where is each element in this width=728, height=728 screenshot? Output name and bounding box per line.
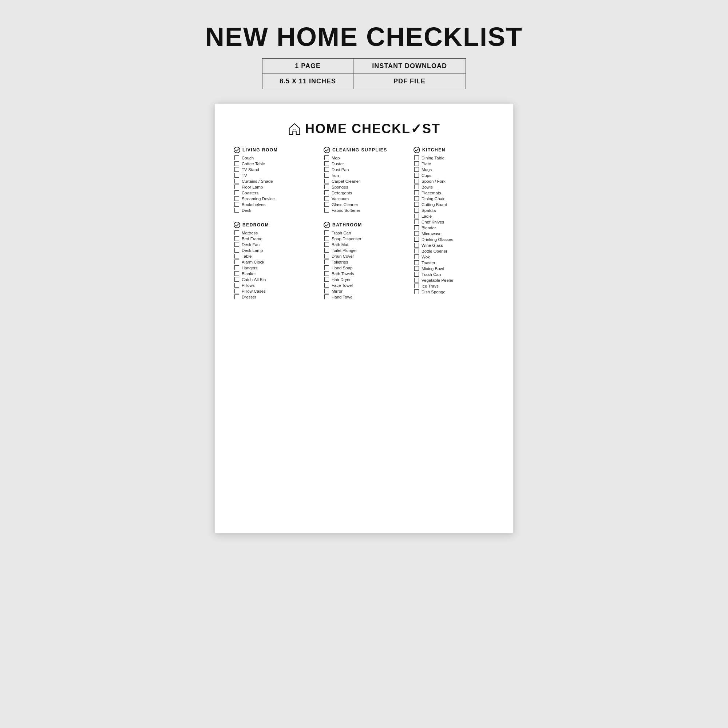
checkbox[interactable] (324, 289, 329, 294)
checklist-item: Toilet Plunger (324, 248, 404, 252)
checkbox[interactable] (324, 185, 329, 189)
checkbox[interactable] (324, 230, 329, 235)
checkbox[interactable] (324, 190, 329, 195)
checkbox[interactable] (414, 260, 419, 265)
checkbox[interactable] (414, 266, 419, 271)
item-label: Hangers (242, 266, 257, 270)
checkbox[interactable] (414, 190, 419, 195)
checkbox[interactable] (414, 185, 419, 189)
checkbox[interactable] (234, 289, 239, 294)
item-label: Mop (332, 156, 340, 160)
checkbox[interactable] (234, 271, 239, 276)
checkbox[interactable] (414, 254, 419, 259)
item-label: Blender (422, 226, 436, 230)
checkbox[interactable] (234, 208, 239, 213)
checkbox[interactable] (414, 161, 419, 166)
item-label: Trash Can (332, 231, 351, 235)
checkbox[interactable] (234, 202, 239, 207)
item-label: Bookshelves (242, 202, 265, 207)
checklist-item: Carpet Cleaner (324, 179, 404, 184)
checkbox[interactable] (414, 155, 419, 160)
checkbox[interactable] (414, 173, 419, 177)
checkbox[interactable] (324, 173, 329, 177)
checkbox[interactable] (324, 155, 329, 160)
checkbox[interactable] (414, 202, 419, 207)
item-label: Face Towel (332, 283, 353, 288)
checkbox[interactable] (324, 161, 329, 166)
item-label: Desk Lamp (242, 248, 263, 252)
checklist-item: Bowls (413, 185, 494, 189)
svg-text:new: new (293, 128, 297, 130)
checkbox[interactable] (414, 278, 419, 283)
section-kitchen: KITCHENDining TablePlateMugsCupsSpoon / … (413, 147, 494, 295)
checklist-item: Coffee Table (234, 161, 315, 166)
checkbox[interactable] (324, 283, 329, 288)
checkbox[interactable] (234, 236, 239, 241)
checkbox[interactable] (324, 294, 329, 299)
checkbox[interactable] (414, 167, 419, 172)
checkbox[interactable] (234, 196, 239, 201)
checkbox[interactable] (414, 243, 419, 248)
checklist-item: TV (234, 173, 315, 177)
checklist-item: Table (234, 254, 315, 258)
checkbox[interactable] (414, 219, 419, 224)
checkbox[interactable] (414, 237, 419, 242)
checkbox[interactable] (234, 230, 239, 235)
item-label: Microwave (422, 231, 442, 236)
checkbox[interactable] (324, 254, 329, 258)
checklist-item: Streaming Device (234, 196, 315, 201)
checkbox[interactable] (234, 161, 239, 166)
checkbox[interactable] (234, 167, 239, 172)
info-cell: INSTANT DOWNLOAD (353, 59, 466, 74)
checkbox[interactable] (414, 208, 419, 213)
checkbox[interactable] (414, 196, 419, 201)
item-label: Curtains / Shade (242, 179, 273, 184)
checkbox[interactable] (234, 277, 239, 282)
item-label: Fabric Softener (332, 208, 360, 213)
checkbox[interactable] (324, 265, 329, 270)
item-label: Mattress (242, 231, 258, 235)
checkbox[interactable] (414, 272, 419, 277)
item-label: Desk Fan (242, 242, 260, 247)
checklist-item: Bath Towels (324, 271, 404, 276)
checkbox[interactable] (234, 173, 239, 177)
item-label: Sponges (332, 185, 348, 189)
checkbox[interactable] (234, 185, 239, 189)
checkbox[interactable] (324, 202, 329, 207)
checkbox[interactable] (324, 260, 329, 264)
checkbox[interactable] (324, 277, 329, 282)
checkbox[interactable] (414, 214, 419, 219)
checkbox[interactable] (234, 260, 239, 264)
checklist-item: Pillow Cases (234, 289, 315, 294)
checkbox[interactable] (414, 225, 419, 230)
item-label: Placemats (422, 191, 441, 195)
checklist-item: Detergents (324, 190, 404, 195)
section-header: LIVING ROOM (234, 147, 315, 153)
checkbox[interactable] (234, 265, 239, 270)
checklist-item: Wok (413, 254, 494, 259)
checkbox[interactable] (414, 249, 419, 253)
checkbox[interactable] (234, 179, 239, 184)
checkbox[interactable] (414, 231, 419, 236)
checkbox[interactable] (324, 167, 329, 172)
checkbox[interactable] (234, 242, 239, 247)
checkbox[interactable] (324, 236, 329, 241)
checkbox[interactable] (324, 208, 329, 213)
checkbox[interactable] (414, 289, 419, 294)
checkbox[interactable] (234, 190, 239, 195)
checklist-item: Hand Towel (324, 294, 404, 299)
checkbox[interactable] (234, 294, 239, 299)
checkbox[interactable] (414, 179, 419, 184)
checkbox[interactable] (414, 284, 419, 288)
checkbox[interactable] (234, 283, 239, 288)
checkbox[interactable] (234, 155, 239, 160)
checklist-item: Curtains / Shade (234, 179, 315, 184)
checkbox[interactable] (324, 196, 329, 201)
info-cell: PDF FILE (353, 74, 466, 89)
checkbox[interactable] (324, 242, 329, 247)
checkbox[interactable] (324, 179, 329, 184)
checkbox[interactable] (324, 271, 329, 276)
checkbox[interactable] (234, 248, 239, 252)
checkbox[interactable] (234, 254, 239, 258)
checkbox[interactable] (324, 248, 329, 252)
